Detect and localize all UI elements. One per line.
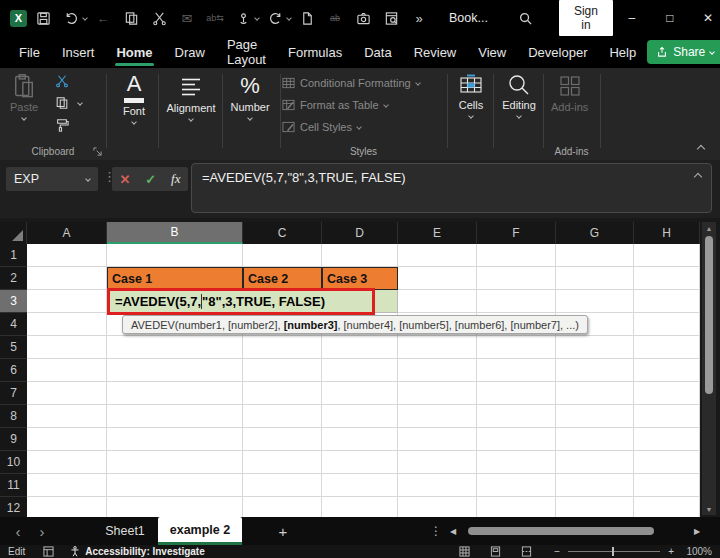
cell-H12[interactable] bbox=[634, 497, 700, 517]
row-header-2[interactable]: 2 bbox=[0, 267, 27, 290]
search-icon[interactable] bbox=[518, 11, 533, 26]
select-all-corner[interactable] bbox=[0, 222, 27, 244]
page-layout-view-icon[interactable] bbox=[490, 546, 501, 557]
tab-insert[interactable]: Insert bbox=[51, 36, 106, 68]
cell-G7[interactable] bbox=[556, 382, 634, 405]
scroll-up-icon[interactable]: ▲ bbox=[702, 222, 716, 234]
hscroll-left-icon[interactable]: ◀ bbox=[450, 517, 456, 545]
cell-F8[interactable] bbox=[477, 405, 556, 428]
cell-F12[interactable] bbox=[477, 497, 556, 517]
copy-icon[interactable] bbox=[119, 6, 143, 30]
cell-H10[interactable] bbox=[634, 451, 700, 474]
cell-C12[interactable] bbox=[243, 497, 322, 517]
sheet-more-icon[interactable]: ⋮ bbox=[430, 517, 442, 545]
column-header-H[interactable]: H bbox=[634, 222, 700, 244]
cell-G11[interactable] bbox=[556, 474, 634, 497]
copy-dropdown-icon[interactable] bbox=[77, 100, 83, 106]
cell-G8[interactable] bbox=[556, 405, 634, 428]
sheet-tab-sheet1[interactable]: Sheet1 bbox=[92, 517, 158, 545]
cell-E11[interactable] bbox=[398, 474, 477, 497]
save-icon[interactable] bbox=[31, 6, 55, 30]
cell-D12[interactable] bbox=[322, 497, 398, 517]
macro-record-icon[interactable] bbox=[43, 546, 54, 557]
cell-G9[interactable] bbox=[556, 428, 634, 451]
hscroll-right-icon[interactable]: ▶ bbox=[694, 517, 700, 545]
vertical-scrollbar[interactable]: ▲ ▼ bbox=[702, 222, 716, 515]
column-header-A[interactable]: A bbox=[27, 222, 107, 244]
tab-formulas[interactable]: Formulas bbox=[277, 36, 353, 68]
collapse-formula-bar-icon[interactable] bbox=[694, 173, 702, 181]
cell-E2[interactable] bbox=[398, 267, 477, 290]
cell-C10[interactable] bbox=[243, 451, 322, 474]
close-icon[interactable]: ✕ bbox=[689, 0, 720, 36]
cell-A3[interactable] bbox=[27, 290, 107, 313]
cells-group-button[interactable]: Cells bbox=[449, 73, 493, 118]
cell-H5[interactable] bbox=[634, 336, 700, 359]
cell-E7[interactable] bbox=[398, 382, 477, 405]
cell-F7[interactable] bbox=[477, 382, 556, 405]
cell-A6[interactable] bbox=[27, 359, 107, 382]
tab-home[interactable]: Home bbox=[105, 36, 163, 68]
cell-B7[interactable] bbox=[107, 382, 243, 405]
tab-data[interactable]: Data bbox=[353, 36, 402, 68]
cell-G6[interactable] bbox=[556, 359, 634, 382]
accessibility-status[interactable]: Accessibility: Investigate bbox=[70, 546, 205, 557]
name-box[interactable]: EXP bbox=[6, 167, 98, 191]
overflow-icon[interactable]: » bbox=[407, 6, 431, 30]
column-header-C[interactable]: C bbox=[243, 222, 322, 244]
zoom-in-icon[interactable]: + bbox=[668, 546, 674, 557]
row-header-5[interactable]: 5 bbox=[0, 336, 27, 359]
cell-C1[interactable] bbox=[243, 244, 322, 267]
row-header-9[interactable]: 9 bbox=[0, 428, 27, 451]
enter-formula-icon[interactable]: ✓ bbox=[145, 172, 156, 187]
row-header-6[interactable]: 6 bbox=[0, 359, 27, 382]
cell-H9[interactable] bbox=[634, 428, 700, 451]
number-group-button[interactable]: % Number bbox=[222, 73, 278, 120]
cell-C6[interactable] bbox=[243, 359, 322, 382]
cell-E9[interactable] bbox=[398, 428, 477, 451]
format-as-table-button[interactable]: Format as Table bbox=[282, 94, 445, 116]
cell-C8[interactable] bbox=[243, 405, 322, 428]
cell-H11[interactable] bbox=[634, 474, 700, 497]
cell-D8[interactable] bbox=[322, 405, 398, 428]
touch-mode-icon[interactable] bbox=[231, 6, 255, 30]
cell-D6[interactable] bbox=[322, 359, 398, 382]
column-header-F[interactable]: F bbox=[477, 222, 556, 244]
cell-H4[interactable] bbox=[634, 313, 700, 336]
cell-A9[interactable] bbox=[27, 428, 107, 451]
cut-icon[interactable] bbox=[55, 74, 69, 88]
row-header-3[interactable]: 3 bbox=[0, 290, 27, 313]
cell-A10[interactable] bbox=[27, 451, 107, 474]
cell-A11[interactable] bbox=[27, 474, 107, 497]
cell-A1[interactable] bbox=[27, 244, 107, 267]
undo-dropdown-icon[interactable] bbox=[82, 15, 88, 21]
normal-view-icon[interactable] bbox=[459, 546, 470, 557]
cell-D10[interactable] bbox=[322, 451, 398, 474]
format-painter-icon[interactable] bbox=[55, 118, 69, 132]
cell-C11[interactable] bbox=[243, 474, 322, 497]
cell-B11[interactable] bbox=[107, 474, 243, 497]
cell-H3[interactable] bbox=[634, 290, 700, 313]
tab-draw[interactable]: Draw bbox=[164, 36, 216, 68]
cell-G1[interactable] bbox=[556, 244, 634, 267]
redo-icon[interactable] bbox=[263, 6, 287, 30]
minimize-icon[interactable]: – bbox=[613, 0, 651, 36]
vertical-scrollbar-thumb[interactable] bbox=[705, 236, 713, 394]
cell-C7[interactable] bbox=[243, 382, 322, 405]
column-header-D[interactable]: D bbox=[322, 222, 398, 244]
zoom-slider-thumb[interactable] bbox=[612, 547, 614, 556]
collapse-ribbon-icon[interactable] bbox=[697, 145, 705, 153]
cut-icon[interactable] bbox=[147, 6, 171, 30]
document-search-icon[interactable] bbox=[379, 6, 403, 30]
cell-B9[interactable] bbox=[107, 428, 243, 451]
sheet-next-icon[interactable]: › bbox=[32, 517, 52, 545]
cell-F1[interactable] bbox=[477, 244, 556, 267]
cell-B12[interactable] bbox=[107, 497, 243, 517]
column-header-B[interactable]: B bbox=[107, 222, 243, 244]
row-header-4[interactable]: 4 bbox=[0, 313, 27, 336]
cell-E1[interactable] bbox=[398, 244, 477, 267]
tab-review[interactable]: Review bbox=[403, 36, 468, 68]
cell-G3[interactable] bbox=[556, 290, 634, 313]
cell-H8[interactable] bbox=[634, 405, 700, 428]
cell-B2[interactable]: Case 1 bbox=[107, 267, 243, 290]
